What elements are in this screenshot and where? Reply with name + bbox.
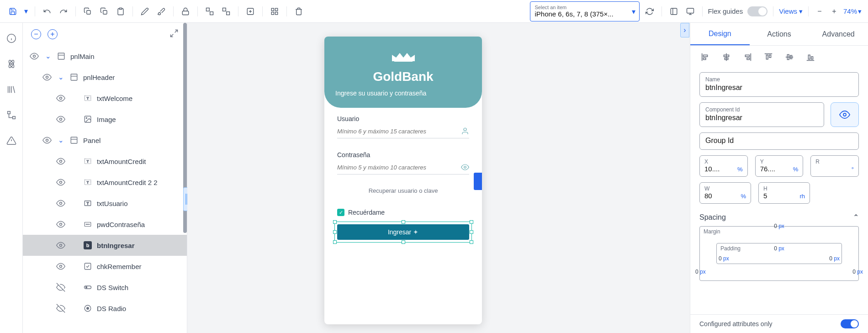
- layout-button[interactable]: [667, 5, 680, 18]
- ungroup-button[interactable]: [220, 5, 233, 18]
- remember-checkbox[interactable]: ✓ Recuérdame: [337, 209, 469, 216]
- warning-icon[interactable]: [5, 134, 18, 147]
- expand-icon[interactable]: [169, 29, 179, 40]
- eye-icon[interactable]: [29, 52, 39, 61]
- tab-advanced[interactable]: Advanced: [809, 23, 868, 45]
- redo-button[interactable]: [57, 5, 70, 18]
- eye-icon[interactable]: [56, 178, 66, 187]
- tree-row[interactable]: Image: [23, 109, 187, 130]
- copy-button[interactable]: [81, 5, 94, 18]
- align-center-v-icon[interactable]: [784, 52, 794, 62]
- canvas-side-tab[interactable]: [474, 173, 482, 190]
- tree-row[interactable]: TtxtAmountCredit: [23, 151, 187, 172]
- library-icon[interactable]: [5, 83, 18, 96]
- expand-all-button[interactable]: +: [48, 29, 58, 39]
- cut-button[interactable]: [98, 5, 111, 18]
- resize-handle[interactable]: [333, 240, 337, 244]
- toggle-switch[interactable]: [747, 6, 767, 16]
- eye-icon[interactable]: [56, 115, 66, 124]
- w-field[interactable]: W80%: [699, 182, 751, 204]
- pass-field[interactable]: [337, 163, 469, 174]
- align-left-icon[interactable]: [700, 52, 710, 62]
- save-dropdown[interactable]: ▾: [23, 5, 29, 18]
- eye-icon[interactable]: [42, 136, 52, 145]
- eye-icon[interactable]: [56, 220, 66, 229]
- zoom-level[interactable]: 74%▾: [843, 7, 862, 16]
- collapse-all-button[interactable]: −: [31, 29, 41, 39]
- y-field[interactable]: Y76....%: [755, 155, 804, 177]
- resize-handle[interactable]: [333, 220, 337, 224]
- eye-off-icon[interactable]: [56, 283, 66, 292]
- tree-row[interactable]: pwdContraseña: [23, 214, 187, 235]
- tree-row[interactable]: TtxtUsuario: [23, 193, 187, 214]
- resize-handle[interactable]: [470, 220, 473, 224]
- align-center-h-icon[interactable]: [721, 52, 731, 62]
- brush-button[interactable]: [155, 5, 168, 18]
- component-id-field[interactable]: Component Id btnIngresar: [699, 102, 824, 127]
- group-button[interactable]: [203, 5, 216, 18]
- name-field[interactable]: Name btnIngresar: [699, 72, 859, 97]
- tree-row[interactable]: ⌄Panel: [23, 130, 187, 151]
- configured-only-switch[interactable]: [841, 319, 859, 328]
- zoom-out-button[interactable]: −: [814, 6, 825, 17]
- tab-actions[interactable]: Actions: [750, 23, 809, 45]
- eye-off-icon[interactable]: [56, 304, 66, 313]
- tree-row[interactable]: TtxtAmountCredit 2 2: [23, 172, 187, 193]
- zoom-in-button[interactable]: +: [829, 6, 840, 17]
- caret-icon[interactable]: ⌄: [57, 73, 65, 81]
- tab-design[interactable]: Design: [690, 23, 750, 45]
- align-top-icon[interactable]: [763, 52, 773, 62]
- tree-row[interactable]: bbtnIngresar: [23, 235, 187, 256]
- r-field[interactable]: R°: [810, 155, 859, 177]
- eye-icon[interactable]: [42, 73, 52, 82]
- tree-row[interactable]: ⌄pnlHeader: [23, 67, 187, 88]
- delete-button[interactable]: [292, 5, 305, 18]
- caret-icon[interactable]: ⌄: [57, 136, 65, 144]
- preview-button[interactable]: [684, 5, 697, 18]
- tree-row[interactable]: chkRemember: [23, 256, 187, 277]
- eye-icon[interactable]: [56, 94, 66, 103]
- spacing-section[interactable]: Spacing⌃: [699, 213, 859, 222]
- eye-icon[interactable]: [56, 241, 66, 250]
- align-bottom-icon[interactable]: [805, 52, 815, 62]
- h-field[interactable]: H5rh: [758, 182, 810, 204]
- eye-icon[interactable]: [56, 199, 66, 208]
- atom-icon[interactable]: [5, 58, 18, 70]
- login-button[interactable]: Ingresar ✦: [337, 224, 469, 240]
- x-field[interactable]: X10....%: [699, 155, 748, 177]
- resize-handle[interactable]: [402, 220, 405, 224]
- info-icon[interactable]: [5, 32, 18, 45]
- tree-icon[interactable]: [5, 109, 18, 122]
- user-field[interactable]: [337, 127, 469, 138]
- design-canvas[interactable]: GoldBank Ingrese su usuario y contraseña…: [187, 23, 690, 333]
- pass-input[interactable]: [337, 164, 461, 171]
- tree-row[interactable]: ⌄pnlMain: [23, 46, 187, 67]
- panel-collapse-button[interactable]: ›: [680, 23, 689, 37]
- resize-handle[interactable]: [402, 240, 405, 244]
- resize-handle[interactable]: [470, 240, 473, 244]
- paste-button[interactable]: [114, 5, 127, 18]
- flex-guides-toggle[interactable]: Flex guides: [708, 6, 768, 16]
- tree-row[interactable]: DS Switch: [23, 277, 187, 298]
- user-input[interactable]: [337, 128, 461, 135]
- resize-handle[interactable]: [470, 230, 473, 234]
- save-button[interactable]: [6, 5, 19, 18]
- resize-handle[interactable]: [333, 230, 337, 234]
- add-button[interactable]: [244, 5, 257, 18]
- lock-button[interactable]: [179, 5, 192, 18]
- edit-button[interactable]: [138, 5, 151, 18]
- tree-row[interactable]: TtxtWelcome: [23, 88, 187, 109]
- group-id-field[interactable]: Group Id: [699, 132, 859, 150]
- views-dropdown[interactable]: Views▾: [779, 7, 803, 16]
- recover-link[interactable]: Recuperar usuario o clave: [337, 187, 469, 194]
- undo-button[interactable]: [41, 5, 53, 18]
- device-select[interactable]: Select an item iPhone 6, 6s, 7, 8 (375×.…: [530, 1, 640, 21]
- align-right-icon[interactable]: [742, 52, 752, 62]
- tree-row[interactable]: DS Radio: [23, 298, 187, 319]
- grid-button[interactable]: [268, 5, 281, 18]
- visibility-toggle[interactable]: [831, 102, 859, 127]
- caret-icon[interactable]: ⌄: [44, 52, 52, 60]
- eye-icon[interactable]: [56, 262, 66, 271]
- refresh-button[interactable]: [643, 5, 656, 18]
- eye-icon[interactable]: [56, 157, 66, 166]
